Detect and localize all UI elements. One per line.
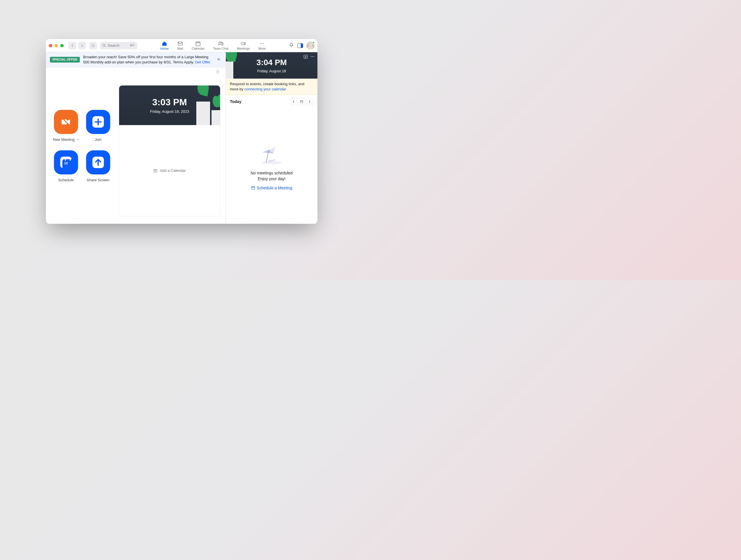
profile-button[interactable] xyxy=(307,42,315,50)
calendar-icon xyxy=(251,186,255,190)
chevron-down-icon xyxy=(76,137,79,142)
new-meeting-button[interactable]: New Meeting xyxy=(53,110,79,142)
svg-point-16 xyxy=(314,56,314,57)
promo-banner: SPECIAL OFFER Broaden your reach! Save 5… xyxy=(46,52,225,67)
calendar-sidebar: 3:04 PM Friday, August 18 Respond to eve… xyxy=(225,52,318,224)
clock-time: 3:03 PM xyxy=(152,97,187,108)
minimize-window[interactable] xyxy=(55,44,58,47)
empty-subtitle: Enjoy your day! xyxy=(258,177,285,181)
svg-rect-3 xyxy=(196,42,200,46)
share-screen-button[interactable]: Share Screen xyxy=(86,150,110,182)
close-window[interactable] xyxy=(49,44,52,47)
bell-icon xyxy=(289,43,294,48)
svg-point-14 xyxy=(311,56,312,57)
svg-rect-4 xyxy=(241,43,244,45)
notifications-button[interactable] xyxy=(289,43,294,49)
add-event-button[interactable] xyxy=(304,55,308,59)
more-icon xyxy=(259,41,265,47)
home-icon xyxy=(161,41,167,47)
today-button[interactable] xyxy=(298,98,306,105)
nav-forward[interactable] xyxy=(78,42,86,49)
presence-indicator xyxy=(312,41,315,44)
promo-badge: SPECIAL OFFER xyxy=(50,57,80,62)
svg-point-15 xyxy=(312,56,313,57)
svg-point-18 xyxy=(262,161,281,164)
nav-back[interactable] xyxy=(68,42,76,49)
search-icon xyxy=(102,44,106,47)
svg-point-6 xyxy=(262,43,263,44)
schedule-meeting-link[interactable]: Schedule a Meeting xyxy=(251,186,292,190)
sidebar-more-button[interactable] xyxy=(311,55,315,59)
tab-team-chat[interactable]: Team Chat xyxy=(213,41,228,50)
connect-calendar-hint: Respond to events, create booking links,… xyxy=(226,79,318,95)
empty-title: No meetings scheduled xyxy=(251,171,292,175)
clock-date: Friday, August 18, 2023 xyxy=(150,109,189,114)
empty-state: No meetings scheduled Enjoy your day! Sc… xyxy=(226,108,318,224)
calendar-icon xyxy=(195,41,201,47)
next-day-button[interactable] xyxy=(306,98,314,105)
promo-link[interactable]: Get Offer xyxy=(195,60,210,64)
action-grid: New Meeting Join xyxy=(51,73,113,216)
gear-icon xyxy=(215,70,220,74)
today-label: Today xyxy=(230,99,241,104)
calendar-add-icon xyxy=(304,55,308,59)
search-input[interactable]: Search ⌘F xyxy=(100,42,137,49)
arrow-up-icon xyxy=(92,157,104,168)
fullscreen-window[interactable] xyxy=(60,44,64,47)
today-header: Today xyxy=(226,95,318,108)
decorative-plant xyxy=(226,52,239,79)
chat-icon xyxy=(218,41,223,47)
toggle-sidebar[interactable] xyxy=(297,43,303,48)
search-placeholder: Search xyxy=(108,43,119,48)
dismiss-banner[interactable]: ✕ xyxy=(216,56,221,64)
calendar-icon xyxy=(300,100,304,103)
main-tabs: Home Mail Calendar Team Chat Meetings Mo… xyxy=(139,41,287,50)
tab-more[interactable]: More xyxy=(258,41,265,50)
tab-calendar[interactable]: Calendar xyxy=(192,41,205,50)
video-off-icon xyxy=(60,116,72,128)
schedule-button[interactable]: 19 Schedule xyxy=(54,150,78,182)
tab-mail[interactable]: Mail xyxy=(177,41,183,50)
decorative-plant xyxy=(186,85,220,125)
svg-point-8 xyxy=(217,71,218,73)
sidebar-date: Friday, August 18 xyxy=(257,69,286,73)
search-shortcut: ⌘F xyxy=(130,44,135,47)
window-controls xyxy=(49,44,64,47)
tab-meetings[interactable]: Meetings xyxy=(237,41,250,50)
svg-point-5 xyxy=(260,43,261,44)
app-window: Search ⌘F Home Mail Calendar Team Chat xyxy=(46,39,318,224)
clock-card: 3:03 PM Friday, August 18, 2023 Add a Ca… xyxy=(119,85,220,216)
titlebar: Search ⌘F Home Mail Calendar Team Chat xyxy=(46,39,318,52)
promo-text: Broaden your reach! Save 50% off your fi… xyxy=(83,55,212,65)
settings-button[interactable] xyxy=(215,70,220,75)
video-icon xyxy=(241,41,246,47)
more-icon xyxy=(311,55,315,59)
svg-rect-2 xyxy=(178,42,182,45)
svg-rect-17 xyxy=(300,101,303,103)
tab-home[interactable]: Home xyxy=(160,41,169,50)
plus-icon xyxy=(92,116,104,128)
history-button[interactable] xyxy=(89,42,97,49)
prev-day-button[interactable] xyxy=(290,98,297,105)
sidebar-time: 3:04 PM xyxy=(257,58,287,67)
connect-calendar-link[interactable]: connecting your calendar xyxy=(245,87,286,91)
mail-icon xyxy=(177,41,183,47)
calendar-add-icon xyxy=(153,168,157,173)
add-calendar-button[interactable]: Add a Calendar xyxy=(119,125,220,216)
join-button[interactable]: Join xyxy=(86,110,110,142)
umbrella-illustration xyxy=(257,142,286,165)
svg-rect-20 xyxy=(251,187,255,189)
svg-point-7 xyxy=(263,43,264,44)
